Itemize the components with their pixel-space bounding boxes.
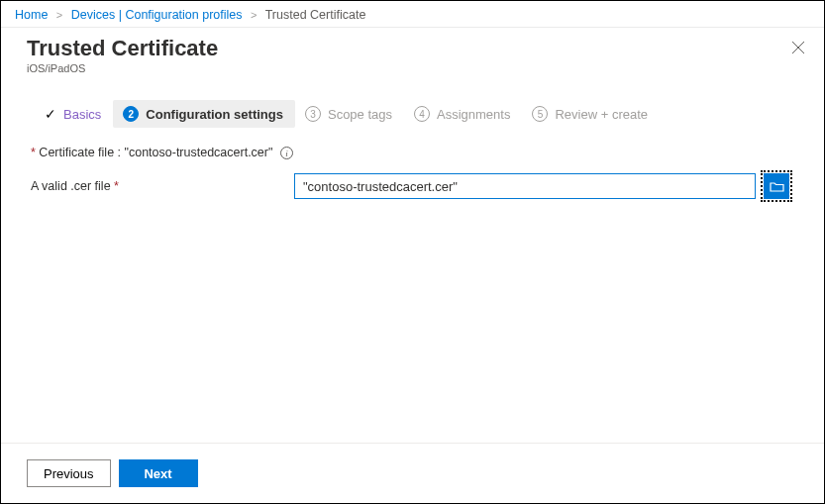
close-button[interactable] [788,38,808,57]
folder-icon [770,180,784,192]
chevron-right-icon: > [246,9,261,21]
step-configuration-settings[interactable]: 2 Configuration settings [113,100,295,128]
step-review-create[interactable]: 5 Review + create [522,100,660,128]
next-button[interactable]: Next [119,459,198,487]
step-number-icon: 3 [305,106,321,122]
page-title: Trusted Certificate [27,36,798,61]
step-scope-tags[interactable]: 3 Scope tags [295,100,404,128]
cer-file-label-text: A valid .cer file [31,179,111,193]
cer-file-field: A valid .cer file * [31,173,794,199]
step-number-icon: 4 [414,106,430,122]
step-assignments[interactable]: 4 Assignments [404,100,522,128]
form-body: * Certificate file : "contoso-trustedcac… [1,140,824,443]
step-label: Review + create [555,107,648,122]
step-number-icon: 5 [532,106,548,122]
wizard-footer: Previous Next [1,443,824,503]
page-subtitle: iOS/iPadOS [27,62,798,74]
required-star-icon: * [114,179,119,193]
breadcrumb-current: Trusted Certificate [265,8,366,22]
step-label: Basics [63,107,101,122]
required-star-icon: * [31,146,36,159]
breadcrumb-devices[interactable]: Devices | Configuration profiles [71,8,243,22]
check-icon: ✓ [45,106,56,122]
cert-label-prefix: Certificate file : [39,146,124,159]
wizard-steps: ✓ Basics 2 Configuration settings 3 Scop… [1,78,824,140]
info-icon[interactable]: i [280,147,293,159]
page-header: Trusted Certificate iOS/iPadOS [1,28,824,78]
cert-filename: "contoso-trustedcacert.cer" [125,146,273,159]
breadcrumb: Home > Devices | Configuration profiles … [1,1,824,28]
cer-file-label: A valid .cer file * [31,179,286,193]
chevron-right-icon: > [52,9,67,21]
profile-wizard-window: Home > Devices | Configuration profiles … [0,0,825,504]
close-icon [791,41,805,54]
browse-file-button[interactable] [764,173,789,199]
step-label: Configuration settings [146,107,283,122]
step-label: Scope tags [328,107,392,122]
breadcrumb-home[interactable]: Home [15,8,48,22]
step-number-icon: 2 [123,106,139,122]
step-label: Assignments [437,107,510,122]
cer-file-input[interactable] [294,173,756,199]
certificate-file-heading: * Certificate file : "contoso-trustedcac… [31,146,794,159]
previous-button[interactable]: Previous [27,459,111,487]
step-basics[interactable]: ✓ Basics [35,100,113,128]
